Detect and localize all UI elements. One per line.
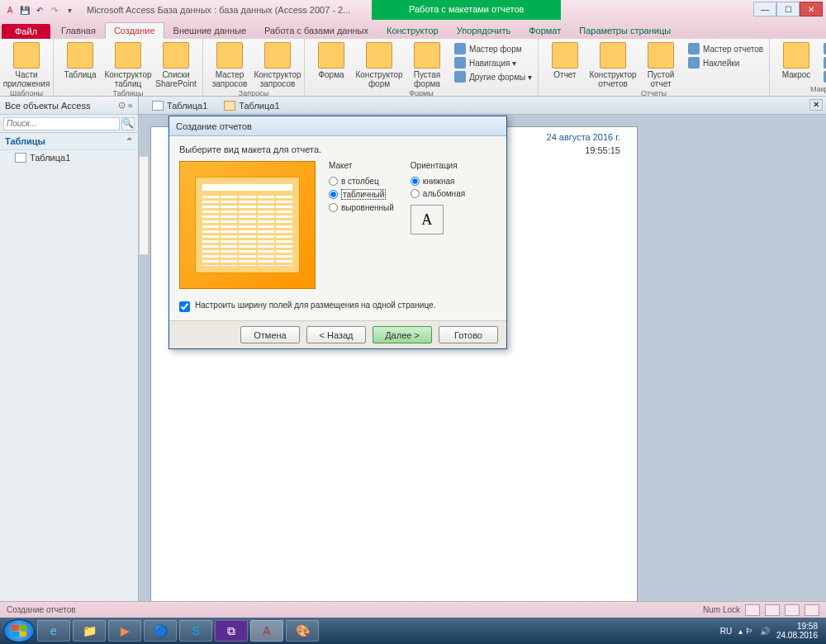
- ribbon-icon: [67, 42, 93, 69]
- adjust-width-checkbox[interactable]: Настроить ширину полей для размещения на…: [179, 301, 496, 312]
- tab-page-setup[interactable]: Параметры страницы: [570, 22, 680, 39]
- save-icon[interactable]: 💾: [18, 3, 31, 17]
- minimize-button[interactable]: —: [753, 2, 776, 17]
- view-report-icon[interactable]: [745, 604, 760, 616]
- ribbon-small-icon: [454, 71, 466, 83]
- tab-database-tools[interactable]: Работа с базами данных: [255, 22, 377, 39]
- doc-tab-0[interactable]: Таблица1: [144, 99, 216, 112]
- ribbon-button-label: Мастерзапросов: [212, 70, 248, 88]
- file-tab[interactable]: Файл: [2, 24, 50, 39]
- tab-external-data[interactable]: Внешние данные: [164, 22, 255, 39]
- ribbon-small-label: Мастер форм: [469, 45, 522, 54]
- ribbon-button[interactable]: Отчет: [542, 40, 588, 88]
- tray-clock[interactable]: 19:58 24.08.2016: [776, 622, 818, 640]
- ribbon-button-label: Частиприложения: [3, 70, 50, 88]
- cancel-button[interactable]: Отмена: [240, 326, 300, 343]
- checkbox-label: Настроить ширину полей для размещения на…: [195, 301, 435, 310]
- start-button[interactable]: [3, 619, 35, 642]
- ribbon-small-button[interactable]: Наклейки: [686, 56, 766, 69]
- tab-home[interactable]: Главная: [52, 22, 105, 39]
- task-access-icon[interactable]: A: [250, 620, 283, 642]
- view-design-icon[interactable]: [805, 604, 819, 616]
- orient-opt-portrait[interactable]: книжная: [411, 175, 465, 187]
- view-print-icon[interactable]: [765, 604, 780, 616]
- ribbon-button[interactable]: Конструкторзапросов: [254, 40, 301, 88]
- system-tray: RU ▴ 🏳 🔊 19:58 24.08.2016: [720, 622, 823, 640]
- search-icon[interactable]: 🔍: [121, 117, 135, 130]
- ribbon-small-button[interactable]: Другие формы ▾: [452, 70, 534, 83]
- tab-format[interactable]: Формат: [520, 22, 570, 39]
- nav-group-tables[interactable]: Таблицы ⌃: [0, 133, 138, 150]
- ribbon-button[interactable]: СпискиSharePoint: [153, 40, 199, 88]
- maximize-button[interactable]: ☐: [776, 2, 800, 17]
- ribbon-button[interactable]: Частиприложения: [3, 40, 50, 88]
- ribbon-button[interactable]: Конструктортаблиц: [105, 40, 151, 88]
- redo-icon[interactable]: ↷: [48, 3, 61, 17]
- ribbon-button[interactable]: Конструкторформ: [356, 40, 402, 88]
- ribbon-small-button[interactable]: Модуль класса: [821, 56, 826, 69]
- ribbon-small-button[interactable]: Мастер отчетов: [686, 42, 766, 55]
- orient-opt-label: книжная: [423, 177, 455, 186]
- layout-opt-justified[interactable]: выровненный: [329, 201, 394, 214]
- orientation-preview-icon: A: [411, 205, 444, 234]
- ribbon-button[interactable]: Конструкторотчетов: [590, 40, 636, 88]
- view-layout-icon[interactable]: [785, 604, 800, 616]
- ribbon-small-button[interactable]: Навигация ▾: [452, 56, 534, 69]
- close-tab-button[interactable]: ✕: [809, 99, 823, 111]
- ribbon-button-label: Пустаяформа: [414, 70, 441, 88]
- back-button[interactable]: < Назад: [306, 326, 366, 343]
- task-explorer-icon[interactable]: 📁: [73, 620, 106, 642]
- ribbon-group-0: ЧастиприложенияШаблоны: [0, 39, 54, 96]
- task-paint-icon[interactable]: 🎨: [286, 620, 319, 642]
- report-date: 24 августа 2016 г.: [547, 132, 620, 142]
- tab-arrange[interactable]: Упорядочить: [448, 22, 520, 39]
- undo-icon[interactable]: ↶: [33, 3, 46, 17]
- tray-volume-icon[interactable]: 🔊: [760, 627, 770, 636]
- finish-button[interactable]: Готово: [439, 326, 498, 343]
- nav-collapse-icon[interactable]: ⊙ «: [118, 100, 133, 111]
- tab-design[interactable]: Конструктор: [377, 22, 448, 39]
- windows-taskbar: e 📁 ▶ 🔵 S ⧉ A 🎨 RU ▴ 🏳 🔊 19:58 24.08.201…: [0, 618, 826, 644]
- task-vs-icon[interactable]: ⧉: [215, 620, 248, 642]
- close-button[interactable]: ✕: [800, 2, 823, 17]
- task-chrome-icon[interactable]: 🔵: [144, 620, 177, 642]
- nav-header[interactable]: Все объекты Access ⊙ «: [0, 97, 138, 115]
- collapse-icon: ⌃: [126, 136, 133, 147]
- ribbon-small-button[interactable]: Модуль: [821, 42, 826, 55]
- tab-create[interactable]: Создание: [105, 22, 164, 39]
- ribbon-button[interactable]: Макрос: [773, 40, 819, 84]
- ribbon-button[interactable]: Пустаяформа: [404, 40, 450, 88]
- tray-lang[interactable]: RU: [720, 627, 732, 636]
- task-skype-icon[interactable]: S: [179, 620, 212, 642]
- ribbon-button[interactable]: Форма: [308, 40, 354, 88]
- task-media-icon[interactable]: ▶: [108, 620, 141, 642]
- ribbon-button-label: СпискиSharePoint: [155, 70, 196, 88]
- ribbon-small-button[interactable]: Visual Basic: [821, 70, 826, 83]
- next-button[interactable]: Далее >: [373, 326, 432, 343]
- layout-opt-tabular[interactable]: табличный: [329, 187, 394, 201]
- ribbon-icon: [600, 42, 626, 69]
- ribbon-button[interactable]: Таблица: [57, 40, 103, 88]
- ribbon-group-label: Макросы и код: [773, 84, 826, 94]
- doc-tab-1[interactable]: Таблица1: [216, 99, 287, 112]
- nav-search-input[interactable]: [3, 117, 120, 130]
- task-ie-icon[interactable]: e: [37, 620, 70, 642]
- checkbox-input[interactable]: [179, 301, 190, 312]
- ribbon-button[interactable]: Пустойотчет: [638, 40, 684, 88]
- ribbon-icon: [318, 42, 344, 69]
- qat-dropdown-icon[interactable]: ▾: [63, 3, 76, 17]
- ribbon-button-label: Форма: [318, 70, 344, 79]
- ribbon-button[interactable]: Мастерзапросов: [206, 40, 253, 88]
- status-bar: Создание отчетов Num Lock: [0, 601, 826, 618]
- ribbon-small-button[interactable]: Мастер форм: [452, 42, 534, 55]
- ribbon-icon: [366, 42, 392, 69]
- tray-flag-icon[interactable]: ▴ 🏳: [738, 627, 753, 636]
- layout-opt-columnar[interactable]: в столбец: [329, 175, 394, 187]
- nav-item-table1[interactable]: Таблица1: [0, 150, 138, 165]
- report-wizard-dialog: Создание отчетов Выберите вид макета для…: [169, 116, 507, 349]
- orient-opt-label: альбомная: [423, 189, 465, 198]
- doc-tab-label: Таблица1: [167, 101, 207, 111]
- orient-opt-landscape[interactable]: альбомная: [411, 187, 465, 200]
- ribbon-icon: [264, 42, 291, 69]
- ribbon-small-label: Наклейки: [703, 59, 739, 68]
